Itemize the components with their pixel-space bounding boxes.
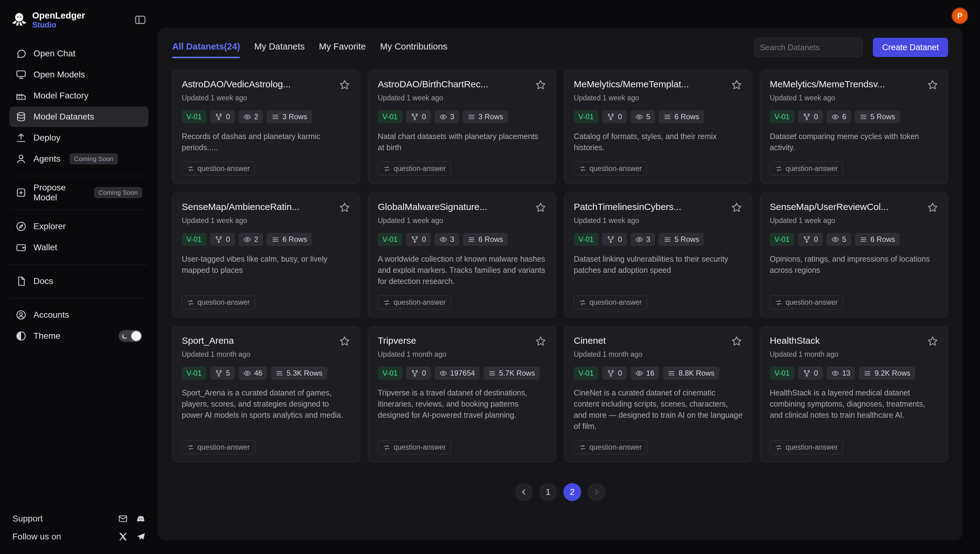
category-tag: question-answer: [574, 162, 647, 175]
sidebar-item-model-factory[interactable]: Model Factory: [9, 86, 148, 106]
mail-icon[interactable]: [118, 514, 128, 524]
pagination-page-1[interactable]: 1: [539, 483, 557, 501]
sidebar-item-agents[interactable]: Agents Coming Soon: [9, 149, 148, 169]
sidebar-item-open-chat[interactable]: Open Chat: [9, 43, 148, 64]
favorite-star-icon[interactable]: [927, 79, 939, 91]
sidebar-item-model-datanets[interactable]: Model Datanets: [9, 107, 148, 127]
views-count: 3: [646, 235, 650, 244]
forks-stat: 0: [210, 110, 234, 123]
favorite-star-icon[interactable]: [927, 202, 939, 213]
eye-icon: [635, 236, 643, 244]
stat-badges: V-01 0 3 3 Rows: [378, 110, 547, 123]
favorite-star-icon[interactable]: [339, 79, 350, 91]
rows-stat: 6 Rows: [267, 233, 312, 246]
fork-icon: [803, 113, 811, 121]
datanet-card[interactable]: MeMelytics/MemeTemplat... Updated 1 week…: [564, 70, 752, 184]
telegram-icon[interactable]: [136, 532, 146, 541]
tab-my-contributions[interactable]: My Contributions: [380, 41, 447, 58]
datanet-card[interactable]: SenseMap/UserReviewCol... Updated 1 week…: [760, 193, 948, 318]
favorite-star-icon[interactable]: [731, 202, 743, 213]
datanet-updated: Updated 1 month ago: [182, 350, 350, 358]
favorite-star-icon[interactable]: [731, 335, 743, 347]
datanet-title: AstroDAO/BirthChartRec...: [378, 79, 488, 89]
datanet-card[interactable]: AstroDAO/VedicAstrolog... Updated 1 week…: [172, 70, 360, 184]
discord-icon[interactable]: [136, 514, 146, 524]
version-badge: V-01: [574, 110, 598, 123]
favorite-star-icon[interactable]: [339, 202, 350, 213]
chat-icon: [16, 48, 27, 59]
theme-toggle[interactable]: [119, 330, 142, 342]
favorite-star-icon[interactable]: [535, 79, 547, 91]
views-stat: 2: [239, 110, 263, 123]
question-answer-icon: [579, 165, 587, 172]
favorite-star-icon[interactable]: [927, 335, 939, 347]
pagination-prev-button[interactable]: [515, 483, 533, 501]
tab-my-datanets[interactable]: My Datanets: [254, 41, 305, 58]
forks-stat: 5: [210, 367, 234, 380]
search-box: [754, 38, 863, 57]
sidebar-item-theme[interactable]: Theme: [9, 326, 148, 346]
tag-row: question-answer: [378, 153, 547, 175]
category-tag: question-answer: [182, 440, 255, 454]
sidebar-item-open-models[interactable]: Open Models: [9, 64, 148, 85]
eye-icon: [831, 236, 839, 244]
sidebar-collapse-icon[interactable]: [134, 14, 146, 26]
category-tag: question-answer: [182, 295, 255, 309]
datanet-card[interactable]: Tripverse Updated 1 month ago V-01 0 197…: [368, 326, 556, 463]
pagination-next-button[interactable]: [587, 483, 605, 501]
create-datanet-button[interactable]: Create Datanet: [873, 38, 948, 57]
category-tag-label: question-answer: [786, 164, 838, 173]
sidebar-item-accounts[interactable]: Accounts: [9, 305, 148, 325]
favorite-star-icon[interactable]: [535, 335, 547, 347]
card-header: Cinenet: [574, 335, 743, 347]
sidebar-item-docs[interactable]: Docs: [9, 271, 148, 291]
rows-stat: 9.2K Rows: [859, 367, 915, 380]
version-badge: V-01: [770, 233, 794, 246]
datanet-title: Tripverse: [378, 335, 416, 346]
datanet-card[interactable]: PatchTimelinesinCybers... Updated 1 week…: [564, 193, 752, 318]
card-header: SenseMap/AmbienceRatin...: [182, 202, 350, 213]
sidebar-item-deploy[interactable]: Deploy: [9, 127, 148, 148]
forks-count: 0: [226, 235, 230, 244]
sidebar-item-propose-model[interactable]: Propose Model Coming Soon: [9, 182, 148, 203]
forks-stat: 0: [406, 110, 430, 123]
views-stat: 13: [827, 367, 855, 380]
tab-my-favorite[interactable]: My Favorite: [319, 41, 366, 58]
sidebar-item-label: Accounts: [33, 310, 69, 320]
rows-icon: [275, 369, 283, 377]
tag-row: question-answer: [770, 432, 939, 454]
category-tag-label: question-answer: [393, 298, 446, 307]
favorite-star-icon[interactable]: [731, 79, 743, 91]
favorite-star-icon[interactable]: [535, 202, 547, 213]
version-badge: V-01: [770, 110, 794, 123]
deploy-icon: [16, 132, 27, 143]
category-tag: question-answer: [770, 162, 843, 175]
datanet-card[interactable]: Cinenet Updated 1 month ago V-01 0 16 8.…: [564, 326, 752, 463]
datanet-card[interactable]: HealthStack Updated 1 month ago V-01 0 1…: [760, 326, 948, 463]
datanet-card[interactable]: SenseMap/AmbienceRatin... Updated 1 week…: [172, 193, 360, 318]
category-tag: question-answer: [378, 295, 451, 309]
category-tag-label: question-answer: [590, 443, 642, 452]
sidebar-item-wallet[interactable]: Wallet: [9, 237, 148, 258]
search-input[interactable]: [760, 43, 864, 53]
rows-count: 5.3K Rows: [286, 369, 322, 377]
version-badge: V-01: [770, 367, 794, 380]
card-header: PatchTimelinesinCybers...: [574, 202, 743, 213]
datanet-updated: Updated 1 week ago: [574, 217, 743, 225]
datanet-description: Natal chart datasets with planetary plac…: [378, 131, 547, 153]
tab-all-datanets[interactable]: All Datanets(24): [172, 41, 240, 58]
rows-count: 8.8K Rows: [678, 369, 714, 377]
forks-count: 0: [422, 369, 426, 377]
datanet-description: Tripverse is a travel datanet of destina…: [378, 387, 547, 420]
datanet-card[interactable]: Sport_Arena Updated 1 month ago V-01 5 4…: [172, 326, 360, 463]
user-avatar[interactable]: P: [951, 8, 968, 24]
x-twitter-icon[interactable]: [118, 532, 128, 541]
datanet-card[interactable]: GlobalMalwareSignature... Updated 1 week…: [368, 193, 556, 318]
datanet-updated: Updated 1 week ago: [574, 94, 743, 102]
datanet-card[interactable]: MeMelytics/MemeTrendsv... Updated 1 week…: [760, 70, 948, 184]
stat-badges: V-01 0 6 5 Rows: [770, 110, 939, 123]
datanet-card[interactable]: AstroDAO/BirthChartRec... Updated 1 week…: [368, 70, 556, 184]
favorite-star-icon[interactable]: [339, 335, 350, 347]
sidebar-item-explorer[interactable]: Explorer: [9, 216, 148, 237]
pagination-page-2[interactable]: 2: [563, 483, 581, 501]
